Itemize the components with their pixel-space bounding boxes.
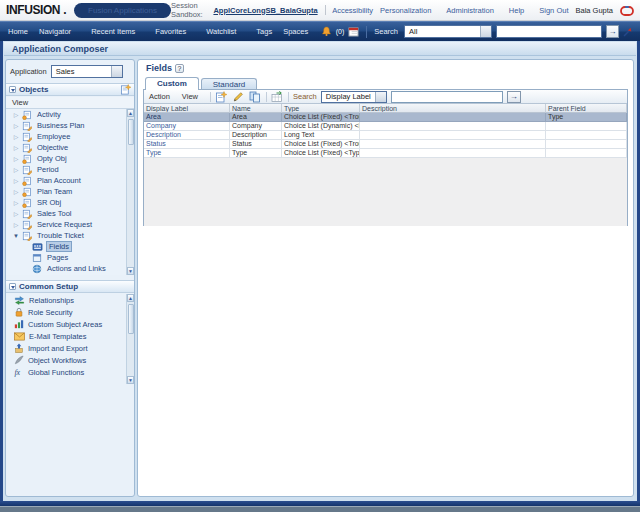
common-setup-item-label[interactable]: Custom Subject Areas (28, 320, 102, 329)
table-row-area[interactable]: AreaAreaChoice List (Fixed) <Trouble Tic… (144, 113, 627, 122)
search-by-select[interactable]: Display Label (321, 91, 387, 103)
global-menu-item[interactable]: Personalization (380, 6, 439, 15)
common-setup-item-label[interactable]: E-Mail Templates (29, 332, 86, 341)
setup-item-custom-subject-areas[interactable]: Custom Subject Areas (6, 318, 126, 330)
collapse-icon[interactable] (9, 86, 16, 93)
tree-item-employee[interactable]: ▷ Employee (6, 131, 126, 142)
tree-child-label[interactable]: Actions and Links (45, 264, 108, 273)
tree-item-plan-team[interactable]: ▷ Plan Team (6, 186, 126, 197)
tree-scrollbar[interactable]: ▲ ▼ (126, 109, 134, 275)
cell-display-label[interactable]: Area (144, 113, 230, 122)
tree-item-label[interactable]: Plan Team (35, 187, 74, 196)
scroll-up-icon[interactable]: ▲ (127, 109, 134, 117)
expand-icon[interactable]: ▷ (13, 133, 19, 140)
common-setup-item-label[interactable]: Role Security (28, 308, 73, 317)
expand-icon[interactable]: ▷ (13, 166, 19, 173)
column-header-parent-field[interactable]: Parent Field (546, 104, 627, 113)
new-object-icon[interactable] (120, 84, 131, 95)
tree-item-service-request[interactable]: ▷ Service Request (6, 219, 126, 230)
view-menu[interactable]: View (182, 92, 206, 101)
nav-item-watchlist[interactable]: Watchlist (206, 27, 245, 36)
expand-icon[interactable]: ▷ (13, 199, 19, 206)
column-header-description[interactable]: Description (360, 104, 546, 113)
setup-item-e-mail-templates[interactable]: E-Mail Templates (6, 330, 126, 342)
expand-icon[interactable]: ▷ (13, 221, 19, 228)
tree-item-plan-account[interactable]: ▷ Plan Account (6, 175, 126, 186)
edit-icon[interactable] (232, 91, 245, 103)
tree-item-label[interactable]: Objective (35, 143, 70, 152)
expand-icon[interactable]: ▷ (13, 177, 19, 184)
cell-display-label[interactable]: Company (144, 122, 230, 131)
column-header-type[interactable]: Type (282, 104, 360, 113)
common-setup-item-label[interactable]: Global Functions (28, 368, 84, 377)
tree-item-pages[interactable]: Pages (6, 252, 126, 263)
scroll-up-icon[interactable]: ▲ (127, 294, 134, 302)
table-row-type[interactable]: TypeTypeChoice List (Fixed) <Type> (144, 149, 627, 158)
table-row-description[interactable]: DescriptionDescriptionLong Text (144, 131, 627, 140)
setup-scrollbar[interactable]: ▲ ▼ (126, 294, 134, 384)
expand-icon[interactable]: ▼ (13, 233, 19, 239)
tree-item-fields[interactable]: Fields (6, 241, 126, 252)
chevron-down-icon[interactable] (111, 66, 122, 77)
detach-icon[interactable] (271, 91, 284, 103)
scroll-down-icon[interactable]: ▼ (127, 376, 134, 384)
scrollbar-thumb[interactable] (128, 119, 134, 145)
cell-display-label[interactable]: Status (144, 140, 230, 149)
setup-item-object-workflows[interactable]: Object Workflows (6, 354, 126, 366)
collapse-icon[interactable] (9, 283, 16, 290)
advanced-search-icon[interactable] (623, 27, 632, 37)
expand-icon[interactable]: ▷ (13, 188, 19, 195)
setup-item-role-security[interactable]: Role Security (6, 306, 126, 318)
chevron-down-icon[interactable] (480, 26, 491, 37)
cell-display-label[interactable]: Type (144, 149, 230, 158)
calendar-icon[interactable] (348, 26, 359, 37)
table-search-go-button[interactable]: → (507, 91, 521, 103)
accessibility-link[interactable]: Accessibility (332, 6, 373, 15)
tree-item-label[interactable]: Trouble Ticket (35, 231, 86, 240)
tree-child-label[interactable]: Pages (45, 253, 70, 262)
session-sandbox-link[interactable]: ApplCoreLongSB_BalaGupta (213, 6, 317, 15)
nav-item-favorites[interactable]: Favorites (155, 27, 195, 36)
table-row-status[interactable]: StatusStatusChoice List (Fixed) <Trouble… (144, 140, 627, 149)
tree-item-objective[interactable]: ▷ Objective (6, 142, 126, 153)
tree-item-label[interactable]: Business Plan (35, 121, 87, 130)
expand-icon[interactable]: ▷ (13, 210, 19, 217)
expand-icon[interactable]: ▷ (13, 111, 19, 118)
tree-item-period[interactable]: ▷ Period (6, 164, 126, 175)
search-scope-select[interactable]: All (404, 25, 492, 38)
global-menu-item[interactable]: Administration (446, 6, 502, 15)
tree-item-label[interactable]: SR Obj (35, 198, 63, 207)
copy-icon[interactable] (249, 91, 262, 103)
global-menu-item[interactable]: Help (509, 6, 532, 15)
expand-icon[interactable]: ▷ (13, 122, 19, 129)
action-menu[interactable]: Action (149, 92, 178, 101)
scroll-down-icon[interactable]: ▼ (127, 267, 134, 275)
column-header-name[interactable]: Name (230, 104, 282, 113)
tree-item-activity[interactable]: ▷ Activity (6, 109, 126, 120)
tree-item-label[interactable]: Sales Tool (35, 209, 73, 218)
common-setup-item-label[interactable]: Import and Export (28, 344, 88, 353)
cell-display-label[interactable]: Description (144, 131, 230, 140)
expand-icon[interactable]: ▷ (13, 155, 19, 162)
common-setup-item-label[interactable]: Object Workflows (28, 356, 86, 365)
setup-item-global-functions[interactable]: fx Global Functions (6, 366, 126, 378)
common-setup-section-header[interactable]: Common Setup (6, 280, 134, 293)
table-row-company[interactable]: CompanyCompanyChoice List (Dynamic) <Par… (144, 122, 627, 131)
setup-item-relationships[interactable]: Relationships (6, 294, 126, 306)
tree-item-sales-tool[interactable]: ▷ Sales Tool (6, 208, 126, 219)
tree-item-sr-obj[interactable]: ▷ SR Obj (6, 197, 126, 208)
common-setup-item-label[interactable]: Relationships (29, 296, 74, 305)
expand-icon[interactable]: ▷ (13, 144, 19, 151)
tree-item-actions-and-links[interactable]: Actions and Links (6, 263, 126, 274)
notifications-bell-icon[interactable] (321, 26, 332, 37)
nav-item-navigator[interactable]: Navigator (39, 27, 80, 36)
chevron-down-icon[interactable] (375, 92, 386, 102)
tree-item-label[interactable]: Service Request (35, 220, 94, 229)
global-search-input[interactable] (496, 25, 602, 38)
tree-item-label[interactable]: Period (35, 165, 61, 174)
nav-item-recent-items[interactable]: Recent Items (91, 27, 144, 36)
nav-item-home[interactable]: Home (8, 27, 28, 36)
tree-item-label[interactable]: Plan Account (35, 176, 83, 185)
objects-section-header[interactable]: Objects (6, 83, 134, 96)
application-select[interactable]: Sales (51, 65, 123, 78)
